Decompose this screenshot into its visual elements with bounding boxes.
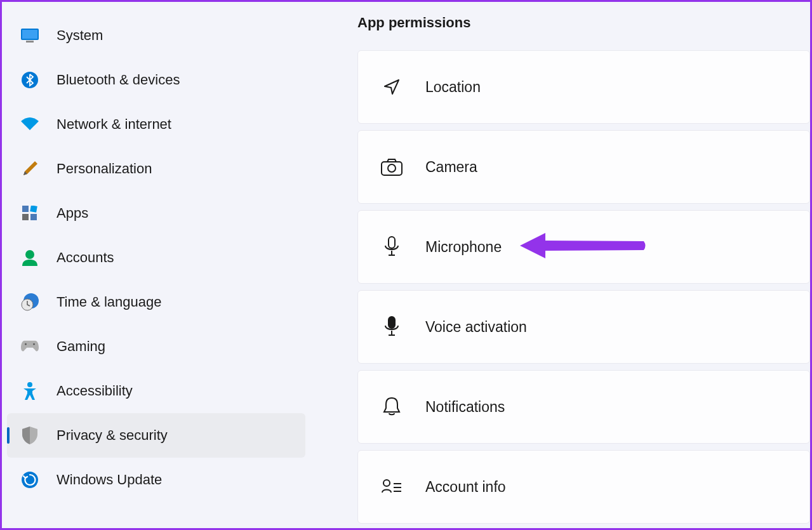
sidebar-item-time[interactable]: Time & language — [7, 280, 305, 324]
sidebar-item-label: Personalization — [57, 161, 152, 177]
permission-label: Location — [425, 79, 481, 96]
accessibility-icon — [21, 382, 39, 400]
svg-rect-4 — [22, 206, 29, 212]
permission-item-location[interactable]: Location — [357, 50, 810, 124]
sidebar-item-label: Gaming — [57, 338, 105, 355]
time-icon — [21, 293, 39, 311]
svg-rect-6 — [22, 214, 29, 220]
highlight-arrow-icon — [520, 230, 647, 264]
settings-sidebar: System Bluetooth & devices Network & int… — [2, 2, 310, 528]
system-icon — [21, 27, 39, 44]
camera-icon — [381, 156, 403, 178]
sidebar-item-bluetooth[interactable]: Bluetooth & devices — [7, 58, 305, 102]
permission-item-voice[interactable]: Voice activation — [357, 290, 810, 364]
microphone-icon — [381, 236, 403, 258]
svg-point-11 — [25, 343, 27, 345]
accounts-icon — [21, 249, 39, 267]
gaming-icon — [21, 338, 39, 355]
sidebar-item-accounts[interactable]: Accounts — [7, 235, 305, 280]
svg-rect-7 — [30, 214, 37, 220]
svg-rect-2 — [26, 41, 34, 43]
voice-activation-icon — [381, 316, 403, 338]
section-title: App permissions — [357, 15, 810, 31]
permission-label: Notifications — [425, 399, 505, 416]
sidebar-item-label: Privacy & security — [57, 427, 168, 444]
apps-icon — [21, 204, 39, 222]
svg-point-13 — [27, 382, 32, 387]
svg-point-19 — [383, 480, 390, 486]
sidebar-item-label: Windows Update — [57, 472, 162, 488]
network-icon — [21, 116, 39, 133]
sidebar-item-label: Apps — [57, 205, 88, 222]
sidebar-item-label: Network & internet — [57, 116, 171, 133]
update-icon — [21, 471, 39, 489]
main-content: App permissions Location Camera Micropho… — [310, 2, 810, 528]
sidebar-item-label: Time & language — [57, 294, 162, 310]
permission-item-accountinfo[interactable]: Account info — [357, 450, 810, 524]
svg-rect-5 — [30, 206, 37, 213]
sidebar-item-update[interactable]: Windows Update — [7, 458, 305, 502]
sidebar-item-privacy[interactable]: Privacy & security — [7, 413, 305, 458]
permission-label: Account info — [425, 479, 506, 496]
privacy-icon — [21, 427, 39, 444]
sidebar-item-gaming[interactable]: Gaming — [7, 324, 305, 369]
sidebar-item-accessibility[interactable]: Accessibility — [7, 369, 305, 413]
sidebar-item-label: Accessibility — [57, 383, 133, 399]
sidebar-item-personalization[interactable]: Personalization — [7, 147, 305, 191]
svg-point-12 — [33, 343, 35, 345]
personalization-icon — [21, 160, 39, 178]
svg-rect-18 — [389, 317, 395, 328]
sidebar-item-label: Bluetooth & devices — [57, 72, 180, 88]
permission-item-notifications[interactable]: Notifications — [357, 370, 810, 444]
permissions-list: Location Camera Microphone Voice activat… — [357, 50, 810, 524]
permission-item-camera[interactable]: Camera — [357, 130, 810, 204]
notifications-icon — [381, 396, 403, 418]
permission-label: Camera — [425, 159, 477, 176]
sidebar-item-system[interactable]: System — [7, 13, 305, 58]
sidebar-item-label: System — [57, 27, 103, 44]
sidebar-item-label: Accounts — [57, 249, 114, 266]
svg-point-8 — [25, 250, 34, 259]
permission-item-microphone[interactable]: Microphone — [357, 210, 810, 284]
svg-rect-17 — [389, 237, 395, 248]
svg-rect-1 — [22, 30, 37, 39]
account-info-icon — [381, 476, 403, 498]
sidebar-item-apps[interactable]: Apps — [7, 191, 305, 235]
permission-label: Voice activation — [425, 319, 527, 336]
permission-label: Microphone — [425, 239, 502, 256]
location-icon — [381, 76, 403, 98]
svg-point-16 — [388, 164, 396, 172]
sidebar-item-network[interactable]: Network & internet — [7, 102, 305, 147]
bluetooth-icon — [21, 71, 39, 89]
